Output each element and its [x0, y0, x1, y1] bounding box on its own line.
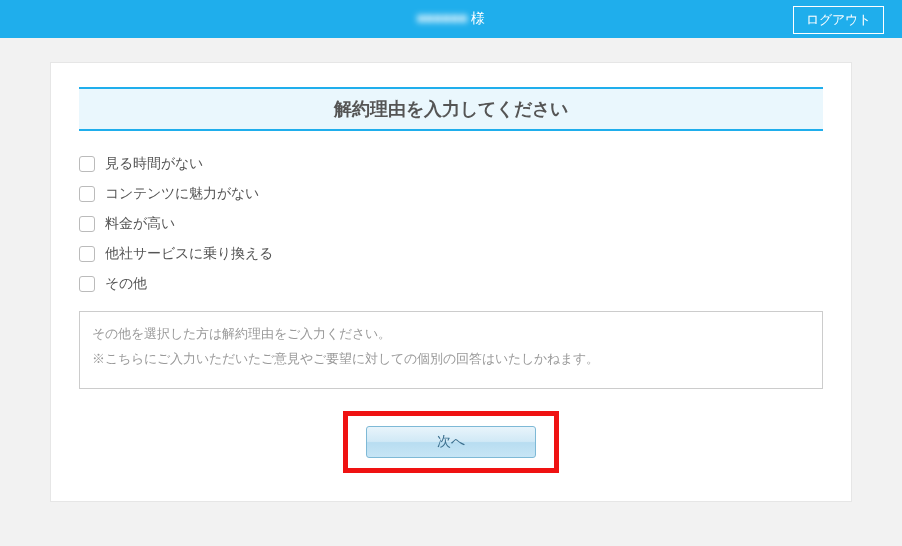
next-button-highlight: 次へ	[343, 411, 559, 473]
option-label: その他	[105, 275, 147, 293]
option-row-content[interactable]: コンテンツに魅力がない	[79, 185, 823, 203]
header-bar: ■■■■■■様 ログアウト	[0, 0, 902, 38]
header-user-label: ■■■■■■様	[417, 10, 486, 28]
checkbox-price[interactable]	[79, 216, 95, 232]
form-title: 解約理由を入力してください	[79, 97, 823, 121]
option-label: 他社サービスに乗り換える	[105, 245, 273, 263]
form-title-bar: 解約理由を入力してください	[79, 87, 823, 131]
option-row-price[interactable]: 料金が高い	[79, 215, 823, 233]
reason-options: 見る時間がない コンテンツに魅力がない 料金が高い 他社サービスに乗り換える そ…	[79, 155, 823, 293]
other-reason-textarea[interactable]	[79, 311, 823, 389]
checkbox-no-time[interactable]	[79, 156, 95, 172]
option-label: 料金が高い	[105, 215, 175, 233]
logout-button[interactable]: ログアウト	[793, 6, 884, 34]
option-label: コンテンツに魅力がない	[105, 185, 259, 203]
option-label: 見る時間がない	[105, 155, 203, 173]
cancellation-form-card: 解約理由を入力してください 見る時間がない コンテンツに魅力がない 料金が高い …	[50, 62, 852, 502]
option-row-no-time[interactable]: 見る時間がない	[79, 155, 823, 173]
next-button[interactable]: 次へ	[366, 426, 536, 458]
checkbox-switch[interactable]	[79, 246, 95, 262]
checkbox-content[interactable]	[79, 186, 95, 202]
checkbox-other[interactable]	[79, 276, 95, 292]
option-row-other[interactable]: その他	[79, 275, 823, 293]
user-name-blurred: ■■■■■■	[417, 10, 468, 26]
button-row: 次へ	[79, 393, 823, 473]
option-row-switch[interactable]: 他社サービスに乗り換える	[79, 245, 823, 263]
user-suffix: 様	[471, 10, 485, 26]
